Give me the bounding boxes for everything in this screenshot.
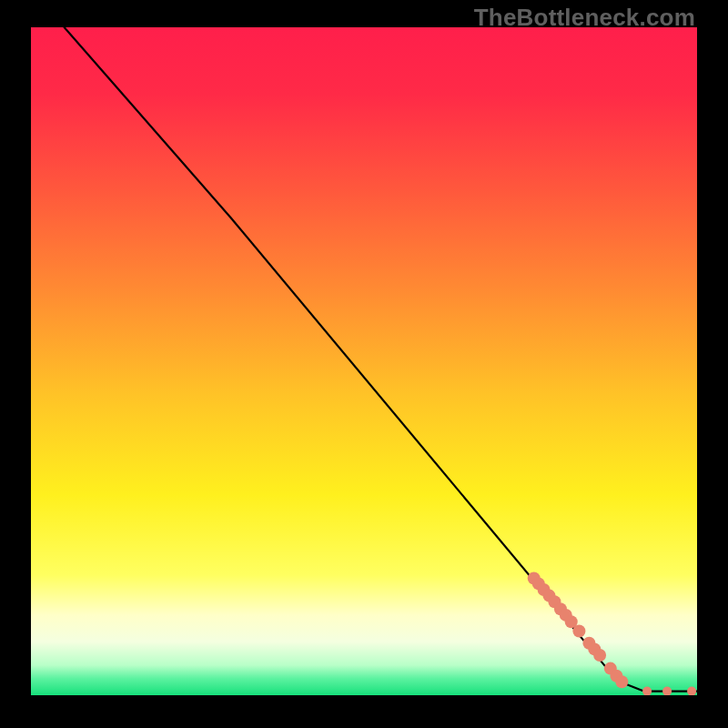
chart-svg <box>31 27 697 695</box>
data-marker <box>593 649 606 662</box>
data-marker <box>572 625 585 638</box>
chart-background <box>31 27 697 695</box>
data-marker <box>615 675 628 688</box>
chart-plot-area <box>31 27 697 695</box>
